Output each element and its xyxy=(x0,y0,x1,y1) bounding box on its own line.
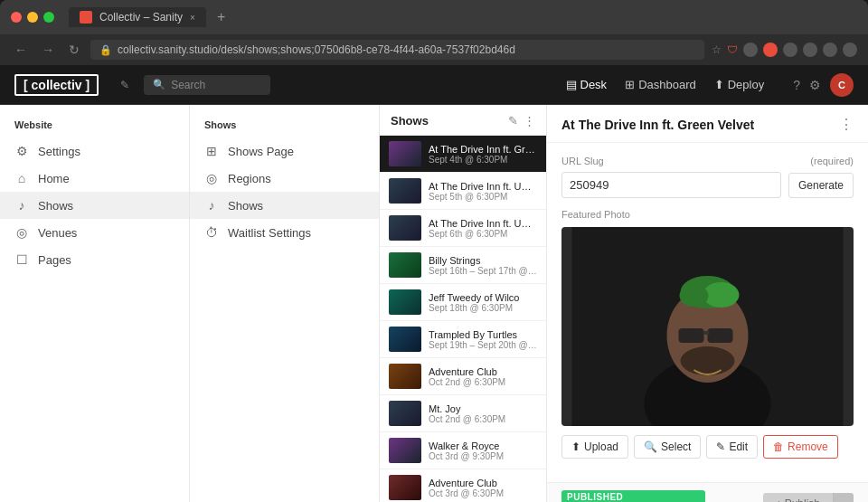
profile-icon[interactable] xyxy=(843,43,857,57)
show-title: Adventure Club xyxy=(429,478,537,488)
grid-icon: ⊞ xyxy=(204,144,219,158)
shows-panel: Shows ✎ ⋮ At The Drive Inn ft. Green Vel… xyxy=(380,105,547,502)
back-button[interactable]: ← xyxy=(11,41,31,59)
sidebar-item-settings[interactable]: ⚙ Settings xyxy=(0,137,189,165)
publish-dropdown-button[interactable]: ▾ xyxy=(833,493,854,502)
detail-menu-icon[interactable]: ⋮ xyxy=(839,116,854,133)
extension-icon1[interactable] xyxy=(743,43,758,57)
detail-content: URL Slug (required) Generate Featured Ph… xyxy=(547,143,868,482)
publish-button[interactable]: ↑ Publish xyxy=(763,493,833,502)
sidebar2: Shows ⊞ Shows Page ◎ Regions ♪ Shows ⏱ W… xyxy=(190,105,380,502)
minimize-dot[interactable] xyxy=(27,12,38,23)
refresh-button[interactable]: ↻ xyxy=(65,41,83,59)
show-date: Sept 18th @ 6:30PM xyxy=(429,303,537,313)
shows-list: At The Drive Inn ft. Green Velvet Sept 4… xyxy=(380,136,546,502)
extension-icon4[interactable] xyxy=(803,43,817,57)
tab-favicon xyxy=(80,11,92,24)
show-list-item[interactable]: Billy Strings Sept 16th – Sept 17th @ 7:… xyxy=(380,247,546,284)
url-slug-required: (required) xyxy=(810,156,854,168)
browser-tab[interactable]: Collectiv – Sanity × xyxy=(69,7,206,27)
help-icon[interactable]: ? xyxy=(793,78,800,92)
top-nav-items: ▤ Desk ⊞ Dashboard ⬆ Deploy xyxy=(566,78,765,91)
browser-dots xyxy=(11,12,54,23)
shows-edit-icon[interactable]: ✎ xyxy=(508,114,518,128)
select-button[interactable]: 🔍 Select xyxy=(634,435,701,459)
magnify-icon: 🔍 xyxy=(644,440,657,453)
pages-icon: ☐ xyxy=(14,252,29,267)
show-thumb xyxy=(389,327,421,352)
avatar[interactable]: C xyxy=(830,73,854,97)
upload-button[interactable]: ⬆ Upload xyxy=(561,435,628,459)
svg-rect-7 xyxy=(679,328,704,343)
search-bar[interactable]: 🔍 Search xyxy=(144,75,270,95)
person-silhouette xyxy=(561,227,854,426)
detail-panel: At The Drive Inn ft. Green Velvet ⋮ URL … xyxy=(547,105,868,502)
nav-dashboard[interactable]: ⊞ Dashboard xyxy=(625,78,696,91)
show-title: Billy Strings xyxy=(429,255,537,266)
shield-icon: 🛡 xyxy=(727,43,738,56)
sidebar2-item-shows-page[interactable]: ⊞ Shows Page xyxy=(190,137,379,165)
show-list-item[interactable]: Jeff Tweedy of Wilco Sept 18th @ 6:30PM xyxy=(380,284,546,321)
nav-icons: ☆ 🛡 xyxy=(712,43,857,57)
edit-button[interactable]: ✎ Edit xyxy=(706,435,758,459)
nav-deploy[interactable]: ⬆ Deploy xyxy=(714,78,764,91)
status-bar: PUBLISHED Updated Aug 27, 2020, 08:17 AM… xyxy=(547,482,868,502)
sidebar-item-shows[interactable]: ♪ Shows xyxy=(0,192,189,219)
sidebar2-item-waitlist[interactable]: ⏱ Waitlist Settings xyxy=(190,219,379,246)
url-slug-label: URL Slug xyxy=(561,156,604,166)
url-slug-input[interactable] xyxy=(561,172,781,198)
detail-title: At The Drive Inn ft. Green Velvet xyxy=(561,118,754,132)
nav-desk[interactable]: ▤ Desk xyxy=(566,78,608,91)
url-bar[interactable]: 🔒 collectiv.sanity.studio/desk/shows;sho… xyxy=(90,40,704,60)
tab-close-button[interactable]: × xyxy=(190,13,195,23)
svg-point-10 xyxy=(681,346,735,375)
show-date: Oct 2nd @ 6:30PM xyxy=(429,414,537,424)
extension-icon3[interactable] xyxy=(783,43,797,57)
show-info: Jeff Tweedy of Wilco Sept 18th @ 6:30PM xyxy=(429,292,537,313)
publish-btn-group: ↑ Publish ▾ xyxy=(763,493,854,502)
sidebar-item-pages[interactable]: ☐ Pages xyxy=(0,246,189,273)
show-list-item[interactable]: Trampled By Turtles Sept 19th – Sept 20t… xyxy=(380,321,546,358)
settings-icon[interactable]: ⚙ xyxy=(809,78,821,92)
sidebar-item-venues[interactable]: ◎ Venues xyxy=(0,219,189,246)
show-list-item[interactable]: Walker & Royce Oct 3rd @ 9:30PM xyxy=(380,432,546,469)
search-icon: 🔍 xyxy=(153,79,165,90)
remove-button[interactable]: 🗑 Remove xyxy=(763,435,838,459)
browser-titlebar: Collectiv – Sanity × + xyxy=(0,0,868,34)
shows-menu-icon[interactable]: ⋮ xyxy=(524,114,535,128)
extension-icon5[interactable] xyxy=(823,43,837,57)
show-list-item[interactable]: At The Drive Inn ft. Umphrey's Mc... Sep… xyxy=(380,210,546,247)
generate-button[interactable]: Generate xyxy=(788,173,854,198)
show-info: At The Drive Inn ft. Umphrey's Mc... Sep… xyxy=(429,218,537,239)
maximize-dot[interactable] xyxy=(43,12,54,23)
sidebar2-title: Shows xyxy=(190,119,379,137)
show-list-item[interactable]: At The Drive Inn ft. Umphrey's Mc... Sep… xyxy=(380,173,546,210)
shows-panel-header: Shows ✎ ⋮ xyxy=(380,105,546,136)
show-list-item[interactable]: Mt. Joy Oct 2nd @ 6:30PM xyxy=(380,395,546,432)
show-thumb xyxy=(389,252,421,278)
detail-header: At The Drive Inn ft. Green Velvet ⋮ xyxy=(547,105,868,143)
url-text: collectiv.sanity.studio/desk/shows;shows… xyxy=(118,43,515,56)
photo-canvas xyxy=(561,227,854,426)
url-slug-field: URL Slug (required) Generate xyxy=(561,156,854,198)
new-tab-button[interactable]: + xyxy=(217,9,225,25)
show-date: Sept 5th @ 6:30PM xyxy=(429,192,537,202)
extension-icon2[interactable] xyxy=(763,43,778,57)
browser-nav: ← → ↻ 🔒 collectiv.sanity.studio/desk/sho… xyxy=(0,34,868,65)
logo[interactable]: [ collectiv ] xyxy=(14,74,99,96)
sidebar2-item-regions[interactable]: ◎ Regions xyxy=(190,165,379,192)
settings-icon: ⚙ xyxy=(14,144,29,158)
show-list-item[interactable]: At The Drive Inn ft. Green Velvet Sept 4… xyxy=(380,136,546,173)
close-dot[interactable] xyxy=(11,12,22,23)
show-info: Mt. Joy Oct 2nd @ 6:30PM xyxy=(429,403,537,424)
sidebar-item-home[interactable]: ⌂ Home xyxy=(0,165,189,192)
forward-button[interactable]: → xyxy=(38,41,58,59)
show-list-item[interactable]: Adventure Club Oct 3rd @ 6:30PM xyxy=(380,469,546,502)
venue-icon: ◎ xyxy=(14,225,29,240)
edit-icon[interactable]: ✎ xyxy=(120,79,129,91)
star-icon[interactable]: ☆ xyxy=(712,43,722,56)
show-title: Walker & Royce xyxy=(429,440,537,451)
show-list-item[interactable]: Adventure Club Oct 2nd @ 6:30PM xyxy=(380,358,546,395)
show-title: At The Drive Inn ft. Green Velvet xyxy=(429,144,537,155)
sidebar2-item-shows[interactable]: ♪ Shows xyxy=(190,192,379,219)
